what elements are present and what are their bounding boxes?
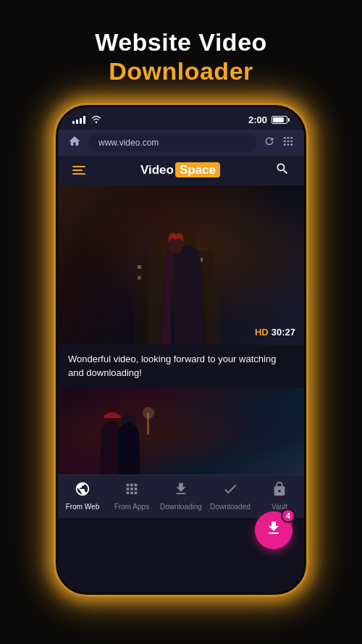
main-video[interactable]: HD30:27 [58,185,304,345]
video-desc-text: Wonderful video, looking forward to your… [68,352,294,380]
app-navigation: VideoSpace [58,156,304,185]
download-badge: 4 [281,509,295,523]
home-icon[interactable] [68,135,81,151]
svg-point-4 [287,141,290,143]
status-right: 2:00 [248,114,290,125]
header-title-line2: Downloader [95,57,267,85]
status-bar: 2:00 [58,107,304,130]
download-arrow-icon [265,519,282,541]
svg-point-8 [290,144,292,146]
status-left [72,115,101,125]
svg-rect-12 [206,236,221,345]
downloaded-icon [222,481,238,501]
bottom-navigation: From Web From Apps [58,474,304,518]
svg-rect-19 [104,415,121,418]
downloading-label: Downloading [160,503,202,511]
browser-bar: www.video.com [58,130,304,156]
nav-item-downloaded[interactable]: Downloaded [206,481,255,511]
header-title-line1: Website Video [95,28,267,57]
hd-badge: HD [255,327,269,338]
downloaded-label: Downloaded [210,503,251,511]
vault-icon [272,481,287,501]
svg-rect-14 [138,276,141,280]
svg-rect-10 [148,243,163,345]
video-description: Wonderful video, looking forward to your… [58,345,304,388]
battery-icon [272,116,290,124]
url-text: www.video.com [98,138,159,148]
from-apps-icon [124,481,140,501]
video-thumbnail-2[interactable] [58,388,304,474]
video-thumbnail-art [134,214,228,345]
nav-item-from-apps[interactable]: From Apps [107,481,156,511]
svg-point-3 [284,141,286,143]
address-bar[interactable]: www.video.com [88,134,256,151]
menu-button[interactable] [72,166,85,175]
svg-rect-13 [138,265,141,269]
svg-point-6 [284,144,286,146]
content-area: HD30:27 Wonderful video, looking forward… [58,185,304,593]
svg-point-5 [290,141,292,143]
refresh-icon[interactable] [264,135,275,149]
status-time: 2:00 [248,114,267,125]
svg-point-2 [290,137,292,139]
wifi-icon [91,115,101,125]
signal-icon [72,115,85,124]
thumbnail-art-2 [80,402,159,474]
svg-point-1 [287,137,290,139]
nav-item-from-web[interactable]: From Web [58,481,107,511]
downloading-icon [173,481,189,501]
video-duration: HD30:27 [255,327,295,338]
nav-item-downloading[interactable]: Downloading [156,481,206,511]
download-fab-button[interactable]: 4 [255,511,292,549]
from-web-icon [75,481,90,501]
header-section: Website Video Downloader [95,28,267,85]
svg-point-0 [284,137,286,139]
search-icon[interactable] [275,162,290,180]
app-title: VideoSpace [140,163,220,177]
nav-item-vault[interactable]: Vault [255,481,304,511]
from-apps-label: From Apps [114,503,149,511]
from-web-label: From Web [66,503,100,511]
svg-rect-22 [147,413,149,435]
phone-mockup: 2:00 www.video.com [58,107,304,593]
svg-point-7 [287,144,290,146]
phone-frame: 2:00 www.video.com [58,107,304,593]
grid-icon[interactable] [282,135,294,149]
